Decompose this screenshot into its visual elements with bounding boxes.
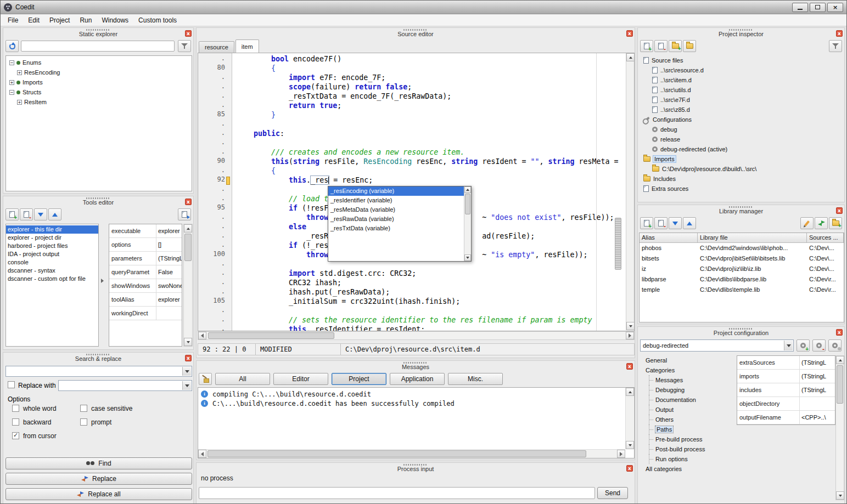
- code-line[interactable]: bool encodee7F(): [236, 54, 626, 64]
- scroll-thumb[interactable]: [837, 365, 843, 404]
- tool-list-item[interactable]: console: [6, 258, 98, 267]
- completion-item[interactable]: _resRawData (variable): [328, 214, 464, 224]
- category-item[interactable]: Output: [639, 405, 727, 415]
- panel-close-icon[interactable]: x: [836, 30, 843, 37]
- tool-list-item[interactable]: dscanner - custom opt for file: [6, 275, 98, 283]
- filter-sources-button[interactable]: [829, 40, 842, 52]
- editor-vscrollbar[interactable]: [626, 53, 634, 330]
- tool-list-item[interactable]: dscanner - syntax: [6, 267, 98, 275]
- panel-close-icon[interactable]: x: [185, 355, 192, 361]
- search-term-combobox[interactable]: [5, 366, 192, 377]
- category-item[interactable]: Documentation: [639, 395, 727, 405]
- filter-misc-button[interactable]: Misc.: [448, 373, 503, 385]
- minimize-button[interactable]: [792, 3, 808, 12]
- code-line[interactable]: }: [236, 110, 626, 120]
- checkbox[interactable]: [80, 405, 87, 412]
- code-line[interactable]: {: [236, 166, 626, 175]
- add-tool-button[interactable]: [5, 208, 19, 220]
- replace-all-button[interactable]: Replace all: [5, 488, 192, 500]
- tree-item[interactable]: release: [639, 134, 844, 144]
- config-scrollbar[interactable]: [835, 355, 844, 500]
- expander-icon[interactable]: +: [17, 70, 22, 75]
- find-button[interactable]: Find: [5, 457, 192, 469]
- panel-close-icon[interactable]: x: [185, 199, 192, 205]
- tree-item[interactable]: Extra sources: [639, 184, 844, 194]
- tree-item[interactable]: Imports: [639, 154, 844, 164]
- open-folder-button[interactable]: [683, 40, 696, 52]
- checkbox[interactable]: [12, 432, 19, 439]
- messages-vscrollbar[interactable]: [625, 388, 633, 449]
- table-row[interactable]: phobosC:\Dev\dmd2\windows\lib\phob...C:\…: [640, 243, 844, 253]
- tree-item[interactable]: −Structs: [6, 87, 192, 97]
- tool-list-item[interactable]: harbored - project files: [6, 242, 98, 250]
- category-item[interactable]: Messages: [639, 375, 727, 385]
- tree-item[interactable]: ..\src\e7F.d: [639, 95, 844, 105]
- tree-item[interactable]: +ResItem: [6, 97, 192, 107]
- add-source-button[interactable]: [640, 40, 653, 52]
- property-value[interactable]: (TStringL: [800, 356, 835, 369]
- code-line[interactable]: this(string resFile, ResEncoding resEnc,…: [236, 157, 626, 166]
- tree-item[interactable]: Source files: [639, 55, 844, 65]
- titlebar[interactable]: Coedit ×: [1, 1, 846, 14]
- filter-application-button[interactable]: Application: [390, 373, 445, 385]
- column-header[interactable]: Sources ...: [807, 233, 844, 243]
- category-item[interactable]: General: [639, 355, 727, 365]
- table-row[interactable]: libdparseC:\Dev\dlibs\libdparse.libC:\De…: [640, 274, 844, 285]
- scroll-thumb[interactable]: [207, 450, 586, 457]
- code-line[interactable]: // sets the resource identifier to the r…: [236, 315, 626, 325]
- remove-source-button[interactable]: [654, 40, 667, 52]
- category-item[interactable]: Paths: [639, 424, 727, 434]
- menu-project[interactable]: Project: [44, 15, 75, 25]
- property-value[interactable]: swoNone: [156, 279, 182, 292]
- symbol-filter-input[interactable]: [21, 41, 175, 52]
- tree-item[interactable]: debug: [639, 124, 844, 134]
- add-library-folder-button[interactable]: [829, 217, 842, 229]
- filter-editor-button[interactable]: Editor: [273, 373, 328, 385]
- menu-edit[interactable]: Edit: [23, 15, 44, 25]
- tool-list-item[interactable]: IDA - project output: [6, 250, 98, 258]
- completion-item[interactable]: _resEncoding (variable): [328, 186, 464, 196]
- tree-item[interactable]: C:\Dev\dproj\resource.d\build\..\src\: [639, 164, 844, 174]
- expander-icon[interactable]: +: [9, 80, 14, 85]
- replace-term-combobox[interactable]: [58, 380, 192, 391]
- replace-button[interactable]: Replace: [5, 473, 192, 485]
- category-item[interactable]: Categories: [639, 365, 727, 375]
- tool-list-item[interactable]: explorer - this file dir: [6, 225, 98, 234]
- column-header[interactable]: Library file: [698, 233, 807, 243]
- filter-all-button[interactable]: All: [215, 373, 270, 385]
- code-line[interactable]: [236, 120, 626, 129]
- editor-hscrollbar[interactable]: [198, 331, 635, 340]
- code-line[interactable]: {: [236, 64, 626, 73]
- category-item[interactable]: Pre-build process: [639, 434, 727, 444]
- add-source-folder-button[interactable]: [669, 40, 682, 52]
- code-line[interactable]: /// creates and encodes a new resource i…: [236, 148, 626, 157]
- tree-item[interactable]: Configurations: [639, 115, 844, 124]
- menu-file[interactable]: File: [3, 15, 23, 25]
- panel-close-icon[interactable]: x: [836, 207, 843, 214]
- remove-library-button[interactable]: [654, 217, 667, 229]
- tab-item[interactable]: item: [235, 39, 259, 53]
- replace-with-checkbox[interactable]: [8, 381, 15, 388]
- splitter-handle-icon[interactable]: [101, 279, 104, 283]
- checkbox[interactable]: [12, 405, 19, 412]
- clone-configuration-button[interactable]: [828, 339, 842, 352]
- filter-project-button[interactable]: Project: [332, 373, 386, 385]
- code-line[interactable]: scope(failure) return false;: [236, 82, 626, 92]
- property-value[interactable]: explorer: [156, 293, 182, 306]
- checkbox[interactable]: [12, 418, 19, 426]
- code-line[interactable]: [236, 138, 626, 148]
- menu-run[interactable]: Run: [75, 15, 97, 25]
- category-item[interactable]: All categories: [639, 464, 727, 474]
- code-line[interactable]: ihash.put(_resRawData);: [236, 287, 626, 297]
- panel-close-icon[interactable]: x: [626, 465, 633, 472]
- menu-custom-tools[interactable]: Custom tools: [133, 15, 182, 25]
- tab-resource[interactable]: resource: [199, 41, 234, 53]
- tree-item[interactable]: ..\src\item.d: [639, 75, 844, 85]
- expander-icon[interactable]: −: [9, 90, 14, 95]
- property-value[interactable]: (TStringL: [156, 252, 182, 265]
- refresh-libraries-button[interactable]: [815, 217, 828, 229]
- code-line[interactable]: return true;: [236, 101, 626, 110]
- move-tool-down-button[interactable]: [34, 208, 47, 220]
- code-line[interactable]: _resTxtData = encode_7F(_resRawData);: [236, 92, 626, 101]
- send-button[interactable]: Send: [597, 487, 628, 499]
